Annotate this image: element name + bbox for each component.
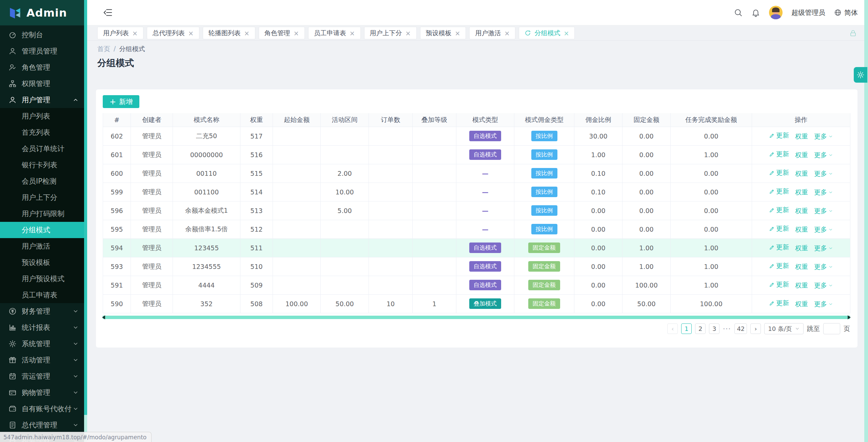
pagination-ellipsis[interactable]: ···	[723, 325, 731, 333]
sidebar-item-权限管理[interactable]: 权限管理	[0, 76, 84, 92]
tab-close-icon[interactable]: ×	[455, 29, 460, 37]
update-action[interactable]: 更新	[769, 168, 789, 177]
tab-用户列表[interactable]: 用户列表×	[97, 27, 143, 39]
tab-用户激活[interactable]: 用户激活×	[469, 27, 515, 39]
update-action[interactable]: 更新	[769, 150, 789, 159]
tab-close-icon[interactable]: ×	[350, 29, 355, 37]
update-action[interactable]: 更新	[769, 243, 789, 252]
sidebar-item-自有账号代收付[interactable]: 自有账号代收付	[0, 401, 84, 417]
pagination-page-3[interactable]: 3	[709, 323, 719, 334]
sidebar-subitem-用户上下分[interactable]: 用户上下分	[0, 189, 84, 206]
sidebar-item-财务管理[interactable]: 财务管理	[0, 303, 84, 319]
user-name[interactable]: 超级管理员	[791, 8, 825, 17]
page-scrollbar[interactable]	[864, 0, 868, 442]
horizontal-scrollbar[interactable]	[103, 316, 850, 319]
search-icon[interactable]	[734, 8, 743, 17]
update-action[interactable]: 更新	[769, 299, 789, 308]
sidebar-subitem-银行卡列表[interactable]: 银行卡列表	[0, 157, 84, 173]
more-action[interactable]: 更多	[814, 188, 833, 197]
update-action[interactable]: 更新	[769, 261, 789, 270]
sidebar-subitem-会员订单统计[interactable]: 会员订单统计	[0, 141, 84, 157]
tab-close-icon[interactable]: ×	[294, 29, 299, 37]
weight-action[interactable]: 权重	[795, 151, 808, 160]
more-action[interactable]: 更多	[814, 262, 833, 271]
update-action[interactable]: 更新	[769, 131, 789, 140]
weight-action[interactable]: 权重	[795, 132, 808, 141]
more-action[interactable]: 更多	[814, 281, 833, 290]
sidebar-scrollbar[interactable]	[84, 0, 87, 442]
weight-action[interactable]: 权重	[795, 300, 808, 309]
more-action[interactable]: 更多	[814, 132, 833, 141]
tab-角色管理[interactable]: 角色管理×	[259, 27, 305, 39]
sidebar-item-管理员管理[interactable]: 管理员管理	[0, 43, 84, 59]
pagination-page-42[interactable]: 42	[734, 323, 747, 334]
weight-action[interactable]: 权重	[795, 244, 808, 253]
tab-close-icon[interactable]: ×	[132, 29, 138, 37]
weight-action[interactable]: 权重	[795, 188, 808, 197]
avatar[interactable]	[769, 6, 783, 19]
tab-close-icon[interactable]: ×	[504, 29, 510, 37]
weight-action[interactable]: 权重	[795, 262, 808, 271]
sidebar-subitem-首充列表[interactable]: 首充列表	[0, 124, 84, 141]
lock-icon[interactable]	[849, 29, 857, 37]
update-action[interactable]: 更新	[769, 280, 789, 289]
chevron-down-icon	[828, 134, 833, 139]
tab-close-icon[interactable]: ×	[244, 29, 250, 37]
sidebar-subitem-员工申请表[interactable]: 员工申请表	[0, 287, 84, 303]
more-action[interactable]: 更多	[814, 151, 833, 160]
sidebar-subitem-用户激活[interactable]: 用户激活	[0, 238, 84, 254]
scroll-left-arrow-icon[interactable]	[102, 315, 105, 319]
weight-action[interactable]: 权重	[795, 169, 808, 178]
update-action[interactable]: 更新	[769, 224, 789, 233]
update-action[interactable]: 更新	[769, 187, 789, 196]
weight-action[interactable]: 权重	[795, 281, 808, 290]
scroll-right-arrow-icon[interactable]	[848, 315, 851, 319]
tab-预设模板[interactable]: 预设模板×	[420, 27, 466, 39]
more-action[interactable]: 更多	[814, 169, 833, 178]
pagination-next[interactable]: ›	[750, 323, 761, 334]
settings-fab[interactable]	[854, 67, 867, 83]
jump-page-input[interactable]	[823, 323, 840, 334]
pagination-page-1[interactable]: 1	[681, 323, 692, 334]
tab-close-icon[interactable]: ×	[188, 29, 194, 37]
breadcrumb-item[interactable]: 首页	[97, 45, 110, 54]
add-button[interactable]: + 新增	[103, 95, 139, 108]
weight-action[interactable]: 权重	[795, 225, 808, 234]
sidebar-subitem-用户打码限制[interactable]: 用户打码限制	[0, 206, 84, 222]
tab-分组模式[interactable]: 分组模式×	[519, 27, 575, 39]
sidebar-subitem-用户列表[interactable]: 用户列表	[0, 108, 84, 124]
pagination-page-2[interactable]: 2	[695, 323, 706, 334]
sidebar-subitem-会员IP检测[interactable]: 会员IP检测	[0, 173, 84, 189]
tab-员工申请表[interactable]: 员工申请表×	[308, 27, 361, 39]
more-action[interactable]: 更多	[814, 300, 833, 309]
bell-icon[interactable]	[751, 8, 760, 17]
sidebar-item-总代理管理[interactable]: 总代理管理	[0, 417, 84, 433]
sidebar-item-购物管理[interactable]: 购物管理	[0, 384, 84, 401]
tab-close-icon[interactable]: ×	[564, 29, 569, 37]
sidebar-scrollbar-thumb[interactable]	[84, 0, 87, 415]
more-action[interactable]: 更多	[814, 225, 833, 234]
tab-轮播图列表[interactable]: 轮播图列表×	[203, 27, 255, 39]
sidebar-item-系统管理[interactable]: 系统管理	[0, 336, 84, 352]
sidebar-subitem-用户预设模式[interactable]: 用户预设模式	[0, 271, 84, 287]
page-size-select[interactable]: 10 条/页	[764, 323, 804, 334]
sidebar-subitem-预设模板[interactable]: 预设模板	[0, 254, 84, 271]
sidebar-collapse-icon[interactable]	[103, 7, 113, 18]
more-action[interactable]: 更多	[814, 244, 833, 253]
sidebar-item-角色管理[interactable]: 角色管理	[0, 59, 84, 76]
sidebar-item-营运管理[interactable]: 营运管理	[0, 368, 84, 384]
sidebar-item-控制台[interactable]: 控制台	[0, 27, 84, 43]
more-action[interactable]: 更多	[814, 207, 833, 215]
language-switcher[interactable]: 简体	[834, 8, 858, 17]
tab-close-icon[interactable]: ×	[406, 29, 411, 37]
tab-总代理列表[interactable]: 总代理列表×	[147, 27, 199, 39]
cell-ratio: 1.00	[574, 145, 623, 164]
sidebar-item-统计报表[interactable]: 统计报表	[0, 319, 84, 336]
sidebar-item-用户管理[interactable]: 用户管理	[0, 92, 84, 108]
sidebar-subitem-分组模式[interactable]: 分组模式	[0, 222, 84, 238]
app-logo[interactable]: Admin	[0, 0, 84, 25]
update-action[interactable]: 更新	[769, 206, 789, 214]
sidebar-item-活动管理[interactable]: 活动管理	[0, 352, 84, 368]
tab-用户上下分[interactable]: 用户上下分×	[364, 27, 417, 39]
weight-action[interactable]: 权重	[795, 207, 808, 215]
